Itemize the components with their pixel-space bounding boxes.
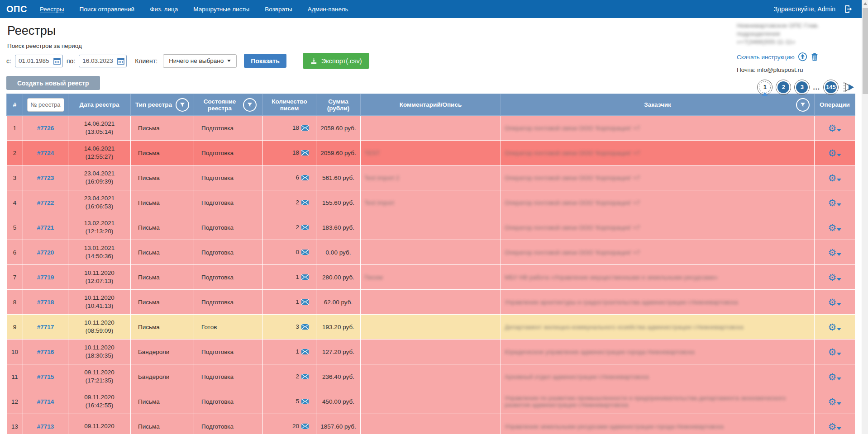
logout-icon[interactable] [844,4,854,14]
table-row: 3 #7723 23.04.2021 (16:09:39) Письма Под… [7,165,855,190]
registry-time: (16:42:55) [72,401,127,410]
registry-state: Подготовка [194,340,263,364]
gear-icon: ⚙ [828,223,837,232]
nav-item-route-sheets[interactable]: Маршрутные листы [193,6,249,13]
pagination-page-2[interactable]: 2 [776,80,791,95]
operations-gear-button[interactable]: ⚙ [828,273,842,282]
registry-time: (14:50:36) [72,252,127,260]
envelope-icon[interactable] [301,424,309,430]
create-registry-button[interactable]: Создать новый реестр [6,76,100,90]
pagination-page-145[interactable]: 145 [823,80,839,95]
envelope-icon[interactable] [301,175,309,182]
nav-item-admin-panel[interactable]: Админ-панель [308,6,348,13]
operations-gear-button[interactable]: ⚙ [828,223,842,232]
registry-state: Подготовка [194,414,263,434]
envelope-icon[interactable] [301,225,309,231]
export-csv-button[interactable]: Экспорт(.csv) [303,53,369,69]
registry-number-link[interactable]: #7720 [37,249,54,256]
registry-state: Подготовка [194,141,263,165]
contact-email: Почта: info@pluspost.ru [737,66,855,73]
table-row: 13 #7713 09.11.2020 Письма Подготовка 20… [7,414,855,434]
registry-number-link[interactable]: #7717 [37,324,54,330]
envelope-icon[interactable] [301,150,309,157]
operations-gear-button[interactable]: ⚙ [828,297,842,307]
gear-icon: ⚙ [828,173,837,183]
operations-gear-button[interactable]: ⚙ [828,198,842,208]
operations-gear-button[interactable]: ⚙ [828,148,842,158]
calendar-icon[interactable] [117,57,124,66]
nav-item-registries[interactable]: Реестры [40,6,64,13]
letters-count: 18 [292,124,299,131]
operations-gear-button[interactable]: ⚙ [828,322,842,332]
calendar-icon[interactable] [53,57,61,66]
table-row: 10 #7716 10.11.2020 (18:30:35) Бандероли… [7,340,855,364]
filter-funnel-icon[interactable] [796,98,810,112]
brand-logo[interactable]: ОПС [6,4,27,14]
download-instruction-link[interactable]: Скачать инструкцию [737,54,795,61]
envelope-icon[interactable] [301,200,309,207]
pagination-page-3[interactable]: 3 [794,80,810,95]
registry-date: 09.11.2020 [72,422,127,430]
nav-item-returns[interactable]: Возвраты [265,6,292,13]
registry-sum: 2059.60 руб. [316,141,361,165]
registry-number-link[interactable]: #7716 [37,349,54,355]
registry-number-link[interactable]: #7713 [37,423,54,430]
chevron-down-icon [837,303,841,306]
registry-number-link[interactable]: #7724 [37,150,54,156]
operations-gear-button[interactable]: ⚙ [828,347,842,357]
nav-item-individuals[interactable]: Физ. лица [150,6,178,13]
row-index: 12 [7,389,23,414]
registry-number-link[interactable]: #7714 [37,398,54,405]
info-panel: Нижневартовское ОПС Глав. подразделение … [737,22,855,95]
vertical-scrollbar[interactable] [862,0,868,434]
operations-gear-button[interactable]: ⚙ [828,397,842,406]
scrollbar-thumb[interactable] [863,8,868,94]
pagination: 123...145 [737,80,855,95]
registry-date: 13.01.2021 [72,244,127,252]
registry-type: Бандероли [131,364,194,389]
envelope-icon[interactable] [301,299,309,306]
gear-icon: ⚙ [828,123,837,133]
filter-funnel-icon[interactable] [176,98,189,112]
registry-number-link[interactable]: #7718 [37,299,54,306]
client-dropdown[interactable]: Ничего не выбрано [163,54,237,68]
download-icon [310,57,318,65]
registry-customer-blurred: Оператор почтовой связи ООО 'Корпорация'… [505,125,640,132]
operations-gear-button[interactable]: ⚙ [828,173,842,183]
table-row: 5 #7721 13.02.2021 (12:13:20) Письма Под… [7,215,855,240]
registry-sum: 561.60 руб. [316,165,361,190]
registry-number-link[interactable]: #7719 [37,274,54,281]
envelope-icon[interactable] [301,349,309,356]
operations-gear-button[interactable]: ⚙ [828,422,842,431]
show-button[interactable]: Показать [244,54,286,68]
scrollbar-up-arrow-icon[interactable] [862,0,868,7]
gear-icon: ⚙ [828,372,837,382]
envelope-icon[interactable] [301,324,309,331]
envelope-icon[interactable] [301,125,309,132]
registry-comment-blurred: Писем [364,274,383,281]
trash-icon[interactable] [811,52,819,62]
nav-item-shipment-search[interactable]: Поиск отправлений [79,6,134,13]
registry-date: 23.04.2021 [72,194,127,203]
envelope-icon[interactable] [301,374,309,381]
registry-type: Письма [131,389,194,414]
registry-number-link[interactable]: #7721 [37,224,54,231]
row-index: 1 [7,116,23,141]
letters-count: 6 [296,174,299,181]
chevron-down-icon [837,253,841,256]
pagination-next-icon[interactable] [842,80,855,95]
envelope-icon[interactable] [301,250,309,256]
registry-number-link[interactable]: #7723 [37,175,54,181]
registry-number-search-input[interactable] [27,98,64,112]
registry-number-link[interactable]: #7722 [37,199,54,206]
envelope-icon[interactable] [301,399,309,406]
filter-funnel-icon[interactable] [243,98,257,112]
operations-gear-button[interactable]: ⚙ [828,248,842,257]
upload-circle-icon[interactable] [798,52,807,63]
envelope-icon[interactable] [301,274,309,281]
registry-number-link[interactable]: #7715 [37,373,54,380]
operations-gear-button[interactable]: ⚙ [828,123,842,133]
registry-number-link[interactable]: #7726 [37,125,54,132]
operations-gear-button[interactable]: ⚙ [828,372,842,382]
pagination-page-1[interactable]: 1 [757,80,773,95]
